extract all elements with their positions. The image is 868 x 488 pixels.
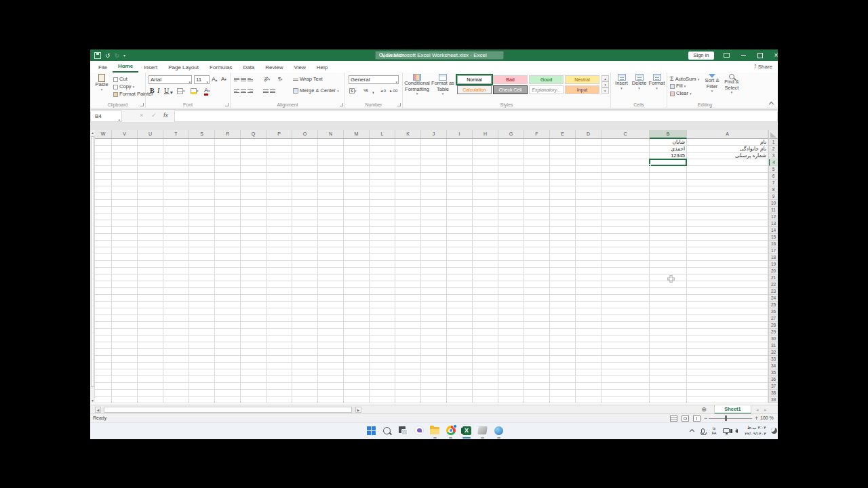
column-header-V[interactable]: V xyxy=(112,130,138,138)
column-header-B[interactable]: B xyxy=(650,130,687,139)
column-header-L[interactable]: L xyxy=(370,130,395,138)
font-size-combo[interactable]: 11▾ xyxy=(194,75,210,84)
display-icon[interactable] xyxy=(721,422,731,439)
row-header-14[interactable]: 14 xyxy=(769,227,778,234)
taskbar-app-blue-icon[interactable] xyxy=(492,424,505,436)
scroll-down-icon[interactable]: ▼ xyxy=(90,398,95,403)
formula-input[interactable] xyxy=(174,110,778,122)
taskbar-chrome-icon[interactable] xyxy=(444,424,458,436)
fill-color-button[interactable]: ▾ xyxy=(191,87,199,94)
taskbar-task-view-icon[interactable] xyxy=(396,424,410,436)
tab-data[interactable]: Data xyxy=(237,62,260,73)
column-header-O[interactable]: O xyxy=(292,130,318,138)
fill-handle[interactable] xyxy=(648,164,651,167)
column-header-N[interactable]: N xyxy=(318,130,344,138)
wrap-text-button[interactable]: Wrap Text xyxy=(293,76,323,82)
column-header-W[interactable]: W xyxy=(95,130,112,138)
underline-dropdown[interactable]: ▾ xyxy=(170,89,173,96)
insert-function-icon[interactable]: fx xyxy=(163,112,168,119)
column-header-Q[interactable]: Q xyxy=(241,130,267,138)
bold-button[interactable]: B xyxy=(150,87,155,94)
column-header-U[interactable]: U xyxy=(138,130,163,138)
number-dialog-launcher[interactable] xyxy=(397,103,401,106)
sign-in-button[interactable]: Sign in xyxy=(688,52,714,60)
share-button[interactable]: ⤴ Share xyxy=(753,64,772,70)
column-header-P[interactable]: P xyxy=(267,130,292,138)
number-format-combo[interactable]: General▾ xyxy=(349,75,399,84)
cell-A3[interactable]: شماره پرسنلی xyxy=(687,152,768,159)
underline-button[interactable]: U xyxy=(164,87,169,94)
cell-B1[interactable]: شایان xyxy=(650,139,687,146)
row-header-17[interactable]: 17 xyxy=(769,247,778,254)
alignment-dialog-launcher[interactable] xyxy=(340,103,343,106)
column-header-T[interactable]: T xyxy=(163,130,189,138)
tab-page-layout[interactable]: Page Layout xyxy=(163,62,204,73)
row-header-39[interactable]: 39 xyxy=(769,396,778,403)
column-header-S[interactable]: S xyxy=(189,130,215,138)
style-chip-checkcell[interactable]: Check Cell xyxy=(493,85,528,94)
enter-icon[interactable]: ✓ xyxy=(151,112,157,119)
row-header-12[interactable]: 12 xyxy=(769,214,778,220)
cut-button[interactable]: Cut xyxy=(113,76,127,82)
borders-button[interactable]: ▾ xyxy=(177,87,185,94)
cell-B2[interactable]: احمدی xyxy=(650,146,687,152)
comma-style-button[interactable]: , xyxy=(372,87,374,94)
font-name-combo[interactable]: Arial▾ xyxy=(149,75,192,84)
tab-home[interactable]: Home xyxy=(113,61,138,73)
cell-A1[interactable]: نام xyxy=(687,139,768,146)
vertical-scrollbar[interactable]: ▲ ▼ xyxy=(90,130,95,403)
format-as-table-button[interactable]: Format as Table▾ xyxy=(431,74,455,96)
zoom-level[interactable]: 100 % xyxy=(760,414,774,422)
style-chip-neutral[interactable]: Neutral xyxy=(565,75,599,84)
orientation-button[interactable]: ab▾ xyxy=(263,76,270,82)
search-input[interactable]: Search xyxy=(375,51,504,60)
row-header-10[interactable]: 10 xyxy=(769,200,778,207)
column-header-J[interactable]: J xyxy=(421,130,447,138)
accounting-format-button[interactable]: $▾ xyxy=(349,87,357,94)
cell-A2[interactable]: نام خانوادگی xyxy=(687,146,768,152)
tab-help[interactable]: Help xyxy=(311,62,333,73)
percent-style-button[interactable]: % xyxy=(363,87,368,94)
row-header-23[interactable]: 23 xyxy=(769,288,778,295)
clipboard-dialog-launcher[interactable] xyxy=(140,103,144,106)
scroll-up-icon[interactable]: ▲ xyxy=(90,130,95,136)
style-chip-calculation[interactable]: Calculation xyxy=(457,85,492,94)
conditional-formatting-button[interactable]: Conditional Formatting▾ xyxy=(404,74,430,96)
column-header-I[interactable]: I xyxy=(447,130,473,138)
horizontal-scrollbar[interactable] xyxy=(102,407,355,413)
text-direction-button[interactable]: ¶▾ xyxy=(278,76,283,82)
tab-view[interactable]: View xyxy=(289,62,311,73)
autosum-button[interactable]: Σ AutoSum ▾ xyxy=(670,75,699,82)
row-header-28[interactable]: 28 xyxy=(769,322,778,329)
taskbar-app-gray-icon[interactable] xyxy=(476,424,490,436)
taskbar-chat-icon[interactable] xyxy=(412,424,426,436)
grid-body[interactable]: نامنام خانوادگیشماره پرسنلیشایاناحمدی123… xyxy=(95,139,768,403)
speaker-icon[interactable] xyxy=(732,422,741,439)
style-chip-input[interactable]: Input xyxy=(565,85,599,94)
copy-button[interactable]: Copy ▾ xyxy=(113,83,134,89)
tab-insert[interactable]: Insert xyxy=(138,62,163,73)
row-header-18[interactable]: 18 xyxy=(769,254,778,261)
zoom-slider-thumb[interactable] xyxy=(725,415,727,421)
select-all-corner[interactable] xyxy=(769,130,778,139)
row-header-38[interactable]: 38 xyxy=(769,390,778,396)
vertical-scroll-thumb[interactable] xyxy=(91,136,94,387)
zoom-out-button[interactable]: − xyxy=(704,415,707,422)
zoom-slider[interactable] xyxy=(709,418,752,419)
taskbar-excel-icon[interactable]: X xyxy=(460,424,473,436)
maximize-button[interactable] xyxy=(752,49,768,61)
row-header-19[interactable]: 19 xyxy=(769,261,778,268)
row-header-15[interactable]: 15 xyxy=(769,234,778,241)
microphone-icon[interactable] xyxy=(698,422,707,439)
hscroll-left-icon[interactable]: ◀ xyxy=(95,407,101,413)
styles-gallery-scroll[interactable]: ▴▾≡ xyxy=(601,75,609,94)
row-header-8[interactable]: 8 xyxy=(769,186,778,193)
row-header-9[interactable]: 9 xyxy=(769,193,778,200)
moon-icon[interactable] xyxy=(770,422,778,439)
indent-buttons[interactable] xyxy=(263,87,275,94)
format-cells-button[interactable]: Format▾ xyxy=(648,74,665,90)
decrease-decimal-button[interactable]: ▸.00 xyxy=(390,88,397,93)
row-header-35[interactable]: 35 xyxy=(769,369,778,376)
horizontal-align-buttons[interactable] xyxy=(234,87,253,94)
column-header-K[interactable]: K xyxy=(395,130,421,138)
